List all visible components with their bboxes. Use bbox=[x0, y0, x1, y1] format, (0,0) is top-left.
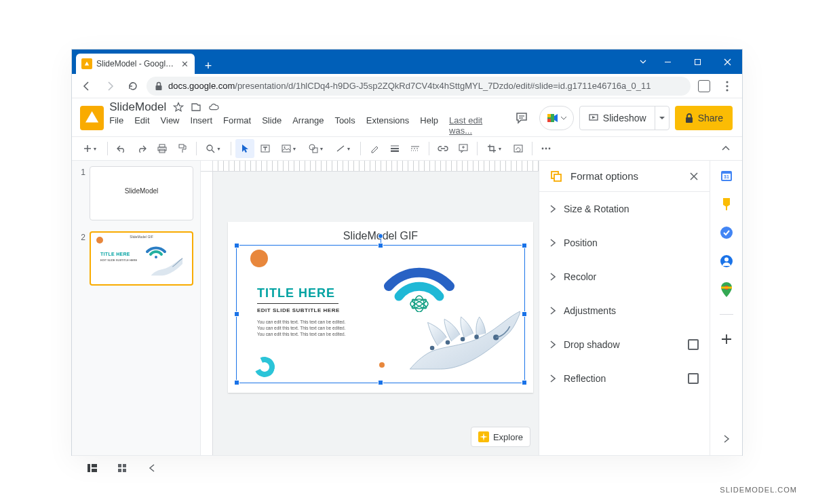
resize-handle[interactable] bbox=[234, 311, 239, 317]
section-recolor[interactable]: Recolor bbox=[539, 260, 710, 294]
move-icon[interactable] bbox=[191, 102, 201, 113]
menu-arrange[interactable]: Arrange bbox=[292, 115, 324, 136]
collapse-filmstrip-button[interactable] bbox=[137, 459, 167, 478]
resize-handle[interactable] bbox=[522, 311, 527, 317]
slide-thumbnail-2[interactable]: SlideModel GIF TITLE HERE EDIT SLIDE SUB… bbox=[90, 231, 193, 286]
slideshow-dropdown[interactable] bbox=[655, 106, 669, 130]
svg-rect-53 bbox=[88, 464, 90, 472]
menu-view[interactable]: View bbox=[161, 115, 180, 136]
contacts-icon[interactable] bbox=[720, 254, 733, 268]
new-tab-button[interactable]: + bbox=[200, 58, 216, 74]
keep-icon[interactable] bbox=[720, 197, 733, 211]
section-position[interactable]: Position bbox=[539, 226, 710, 260]
drop-shadow-checkbox[interactable] bbox=[688, 339, 699, 350]
svg-rect-56 bbox=[118, 464, 121, 467]
select-tool-button[interactable] bbox=[235, 139, 254, 158]
maps-icon[interactable] bbox=[720, 283, 733, 296]
chevron-right-icon bbox=[550, 374, 556, 383]
chevron-right-icon bbox=[550, 307, 556, 315]
redo-button[interactable] bbox=[132, 139, 151, 158]
border-weight-button[interactable] bbox=[385, 139, 404, 158]
address-bar[interactable]: docs.google.com/presentation/d/1hlCDq4-h… bbox=[147, 77, 691, 96]
explore-button[interactable]: Explore bbox=[471, 427, 530, 447]
window-minimize-button[interactable] bbox=[653, 50, 682, 74]
menu-format[interactable]: Format bbox=[223, 115, 251, 136]
window-maximize-button[interactable] bbox=[682, 50, 712, 74]
reload-button[interactable] bbox=[123, 77, 142, 96]
slide-thumbnail-1[interactable]: SlideModel bbox=[90, 166, 193, 220]
forward-button[interactable] bbox=[100, 77, 119, 96]
close-panel-button[interactable] bbox=[689, 172, 699, 181]
section-adjustments[interactable]: Adjustments bbox=[539, 294, 710, 328]
section-size-rotation[interactable]: Size & Rotation bbox=[539, 192, 710, 226]
insert-comment-button[interactable] bbox=[454, 139, 473, 158]
cloud-icon[interactable] bbox=[208, 102, 219, 113]
chevron-right-icon bbox=[550, 341, 556, 349]
add-addon-button[interactable] bbox=[720, 332, 733, 346]
zoom-button[interactable]: ▼ bbox=[201, 139, 227, 158]
last-edit-link[interactable]: Last edit was... bbox=[449, 115, 499, 136]
reflection-checkbox[interactable] bbox=[688, 373, 699, 384]
star-icon[interactable] bbox=[173, 102, 184, 113]
resize-handle[interactable] bbox=[522, 380, 527, 385]
border-dash-button[interactable] bbox=[406, 139, 425, 158]
resize-handle[interactable] bbox=[378, 243, 383, 248]
grid-view-button[interactable] bbox=[107, 459, 137, 478]
menu-tools[interactable]: Tools bbox=[334, 115, 355, 136]
selection-box[interactable]: TITLE HERE EDIT SLIDE SUBTITLE HERE You … bbox=[236, 245, 525, 383]
resize-handle[interactable] bbox=[234, 380, 239, 385]
tasks-icon[interactable] bbox=[720, 226, 733, 239]
menu-extensions[interactable]: Extensions bbox=[366, 115, 410, 136]
document-title[interactable]: SlideModel bbox=[109, 100, 166, 114]
slideshow-button[interactable]: Slideshow bbox=[580, 106, 655, 130]
menu-file[interactable]: File bbox=[109, 115, 123, 136]
calendar-icon[interactable]: 31 bbox=[720, 169, 733, 182]
close-tab-icon[interactable]: ✕ bbox=[180, 59, 189, 69]
reset-image-button[interactable] bbox=[509, 139, 528, 158]
collapse-panel-button[interactable] bbox=[720, 432, 733, 446]
menu-help[interactable]: Help bbox=[420, 115, 438, 136]
line-button[interactable]: ▼ bbox=[330, 139, 356, 158]
slides-logo-icon[interactable] bbox=[80, 106, 104, 130]
ruler-corner bbox=[201, 161, 213, 172]
section-reflection[interactable]: Reflection bbox=[539, 362, 710, 395]
menu-slide[interactable]: Slide bbox=[262, 115, 282, 136]
horizontal-ruler[interactable] bbox=[213, 161, 539, 172]
border-color-button[interactable] bbox=[365, 139, 384, 158]
section-drop-shadow[interactable]: Drop shadow bbox=[539, 328, 710, 362]
slide-canvas-area[interactable]: SlideModel GIF TITLE HERE E bbox=[201, 161, 539, 455]
resize-handle[interactable] bbox=[378, 380, 383, 385]
window-chevron-down-icon[interactable] bbox=[634, 50, 653, 74]
comments-button[interactable] bbox=[510, 106, 534, 130]
browser-menu-icon[interactable] bbox=[718, 77, 737, 96]
vertical-ruler[interactable] bbox=[201, 172, 213, 455]
extensions-icon[interactable] bbox=[695, 77, 714, 96]
back-button[interactable] bbox=[77, 77, 96, 96]
menu-insert[interactable]: Insert bbox=[191, 115, 213, 136]
more-button[interactable] bbox=[537, 139, 556, 158]
meet-button[interactable] bbox=[539, 106, 574, 130]
undo-button[interactable] bbox=[112, 139, 131, 158]
resize-handle[interactable] bbox=[522, 243, 527, 248]
textbox-button[interactable] bbox=[256, 139, 275, 158]
hide-menus-button[interactable] bbox=[715, 146, 737, 151]
crop-button[interactable]: ▼ bbox=[482, 139, 507, 158]
slideshow-icon bbox=[588, 113, 599, 123]
paint-format-button[interactable] bbox=[173, 139, 192, 158]
rotate-handle[interactable] bbox=[378, 233, 383, 239]
insert-link-button[interactable] bbox=[433, 139, 452, 158]
new-slide-button[interactable]: ▼ bbox=[77, 139, 103, 158]
shape-button[interactable]: ▼ bbox=[303, 139, 329, 158]
menu-edit[interactable]: Edit bbox=[134, 115, 149, 136]
slide[interactable]: SlideModel GIF TITLE HERE E bbox=[228, 222, 533, 393]
print-button[interactable] bbox=[153, 139, 172, 158]
browser-tab[interactable]: SlideModel - Google Slides ✕ bbox=[76, 54, 195, 74]
filmstrip-view-button[interactable] bbox=[77, 459, 107, 478]
slide-body-text: You can edit this text. This text can be… bbox=[257, 319, 352, 337]
share-button[interactable]: Share bbox=[675, 106, 733, 130]
chevron-right-icon bbox=[550, 273, 556, 281]
window-close-button[interactable] bbox=[712, 50, 742, 74]
image-button[interactable]: ▼ bbox=[276, 139, 302, 158]
resize-handle[interactable] bbox=[234, 243, 239, 248]
svg-rect-57 bbox=[123, 464, 126, 467]
